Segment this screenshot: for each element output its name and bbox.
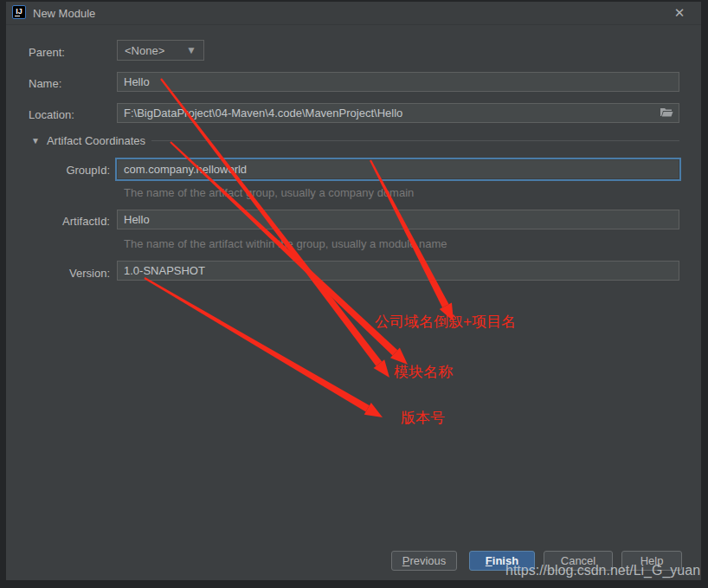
cancel-button[interactable]: Cancel [544,551,613,571]
dialog-titlebar: IJ New Module ✕ [6,2,701,25]
parent-select-value: <None> [125,44,164,57]
name-input[interactable] [117,72,679,92]
chevron-down-icon: ▼ [186,44,196,56]
close-icon[interactable]: ✕ [672,5,687,21]
intellij-logo-text: IJ [16,7,23,16]
dialog-title: New Module [33,7,95,20]
artifactid-hint: The name of the artifact within the grou… [124,237,447,250]
help-button[interactable]: Help [621,551,682,571]
chevron-expanded-icon: ▼ [31,136,40,145]
artifactid-input[interactable] [117,210,679,229]
location-field-wrap [117,103,679,123]
groupid-label: GroupId: [29,164,110,177]
artifact-coordinates-title: Artifact Coordinates [47,134,145,147]
location-label: Location: [29,108,74,121]
new-module-dialog: IJ New Module ✕ Parent: <None> ▼ Name: L… [6,2,701,580]
finish-button[interactable]: Finish [469,551,535,571]
artifact-coordinates-toggle[interactable]: ▼Artifact Coordinates [31,132,145,148]
previous-button[interactable]: Previous [391,551,457,571]
screenshot-root: IJ New Module ✕ Parent: <None> ▼ Name: L… [0,0,708,588]
folder-icon[interactable] [660,107,673,118]
name-label: Name: [29,77,61,90]
version-label: Version: [29,267,110,280]
artifactid-label: ArtifactId: [29,215,110,228]
parent-label: Parent: [29,46,65,59]
groupid-hint: The name of the artifact group, usually … [124,186,414,199]
section-separator [151,140,679,141]
intellij-logo-icon: IJ [12,5,26,19]
groupid-input[interactable] [117,159,679,179]
location-input[interactable] [117,103,679,123]
version-input[interactable] [117,261,679,281]
parent-select[interactable]: <None> ▼ [117,40,204,61]
